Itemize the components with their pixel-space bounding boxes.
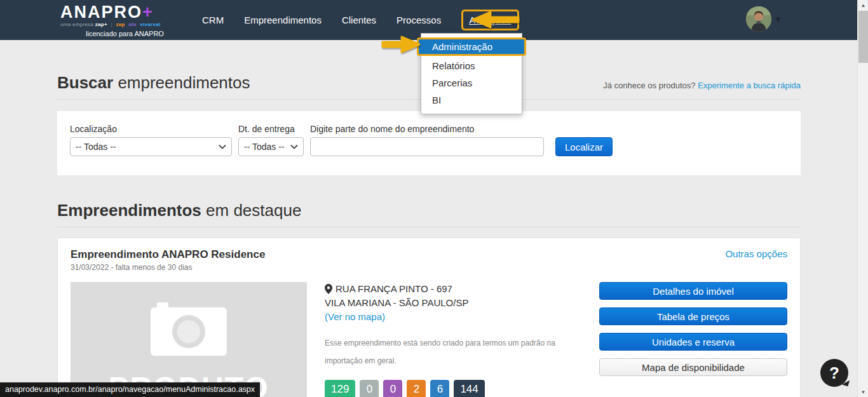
search-section-title: Buscar empreendimentos [57, 73, 250, 93]
vivareal-logo: vivareal [140, 22, 160, 27]
featured-section-header: Empreendimentos em destaque [57, 201, 801, 227]
view-on-map-link[interactable]: (Ver no mapa) [325, 310, 385, 324]
featured-section-title: Empreendimentos em destaque [57, 201, 301, 220]
nav-item-crm[interactable]: CRM [202, 15, 224, 25]
localizar-button[interactable]: Localizar [555, 137, 613, 156]
quick-search-link[interactable]: Experimente a busca rápida [698, 81, 801, 90]
nav-item-empreendimentos[interactable]: Empreendimentos [244, 15, 322, 25]
annotation-arrow-administracao [381, 36, 421, 53]
nav-item-clientes[interactable]: Clientes [342, 15, 376, 25]
annotation-arrow-avancado [471, 11, 520, 29]
quick-search-promo: Já conhece os produtos? Experimente a bu… [603, 81, 801, 93]
menu-item-parcerias[interactable]: Parcerias [421, 74, 522, 91]
property-description: Esse empreendimento está sendo criado pa… [325, 334, 579, 370]
location-pin-icon [325, 284, 332, 294]
question-mark-icon: ? [829, 363, 839, 383]
badge-available: 129 [325, 380, 355, 397]
badge-purple: 0 [383, 380, 402, 397]
olx-logo: olx [128, 22, 136, 27]
delivery-date-select[interactable]: -- Todas -- [238, 137, 304, 156]
units-reserve-button[interactable]: Unidades e reserva [599, 333, 787, 351]
address-line-2: VILA MARIANA - SÃO PAULO/SP [325, 296, 579, 310]
link-status-bar: anaprodev.anapro.com.br/anapro/navegacao… [0, 382, 260, 397]
chevron-down-icon [219, 144, 226, 149]
location-label: Localização [70, 124, 232, 134]
delivery-date-label: Dt. de entrega [238, 124, 304, 134]
unit-count-badges: 129 0 0 2 6 144 [325, 380, 579, 397]
nav-item-processos[interactable]: Processos [397, 15, 441, 25]
location-select[interactable]: -- Todas -- [70, 137, 232, 156]
badge-orange: 2 [407, 380, 426, 397]
vertical-scrollbar[interactable]: ▲ ▼ [857, 0, 868, 397]
menu-item-relatorios[interactable]: Relatórios [421, 57, 522, 74]
availability-map-button[interactable]: Mapa de disponibilidade [599, 358, 787, 376]
badge-gray: 0 [360, 380, 379, 397]
search-panel: Localização -- Todas -- Dt. de entrega -… [57, 111, 801, 175]
price-table-button[interactable]: Tabela de preços [599, 307, 787, 325]
other-options-link[interactable]: Outras opções [725, 248, 787, 259]
property-image-placeholder: PRODUTO SEM [71, 282, 307, 397]
logo-tagline: uma empresa zap+ | zap olx vivareal [60, 22, 160, 27]
logo-text: ANAPRO+ [60, 4, 160, 21]
user-menu[interactable]: ▼ [746, 6, 782, 32]
zap-logo: zap [116, 22, 125, 27]
avancado-dropdown-menu: Administração Relatórios Parcerias BI [421, 33, 522, 114]
scroll-up-icon[interactable]: ▲ [858, 0, 868, 10]
badge-blue: 6 [430, 380, 449, 397]
help-button[interactable]: ? [820, 359, 848, 387]
property-title: Empreendimento ANAPRO Residence [71, 248, 265, 261]
property-actions: Detalhes do imóvel Tabela de preços Unid… [599, 282, 787, 397]
name-search-input[interactable] [310, 137, 544, 156]
zap-plus-logo: zap+ [95, 22, 107, 27]
property-deadline: 31/03/2022 - falta menos de 30 dias [71, 263, 265, 272]
logo-plus-icon: + [142, 3, 154, 22]
address-line-1: RUA FRANÇA PINTO - 697 [325, 282, 579, 296]
name-search-label: Digite parte do nome do empreendimento [310, 124, 544, 134]
menu-item-administracao[interactable]: Administração [417, 37, 526, 56]
scrollbar-thumb[interactable] [858, 11, 868, 63]
licensed-text: licenciado para ANAPRO [86, 30, 164, 37]
avatar[interactable] [746, 6, 771, 32]
anapro-logo[interactable]: ANAPRO+ uma empresa zap+ | zap olx vivar… [60, 4, 160, 27]
property-card: Empreendimento ANAPRO Residence 31/03/20… [57, 238, 801, 397]
scroll-down-icon[interactable]: ▼ [858, 387, 868, 397]
chevron-down-icon [290, 144, 298, 149]
badge-total: 144 [454, 380, 484, 397]
chevron-down-icon[interactable]: ▼ [774, 15, 782, 24]
menu-item-bi[interactable]: BI [421, 91, 522, 109]
property-details-button[interactable]: Detalhes do imóvel [599, 282, 787, 300]
camera-icon [151, 302, 227, 356]
